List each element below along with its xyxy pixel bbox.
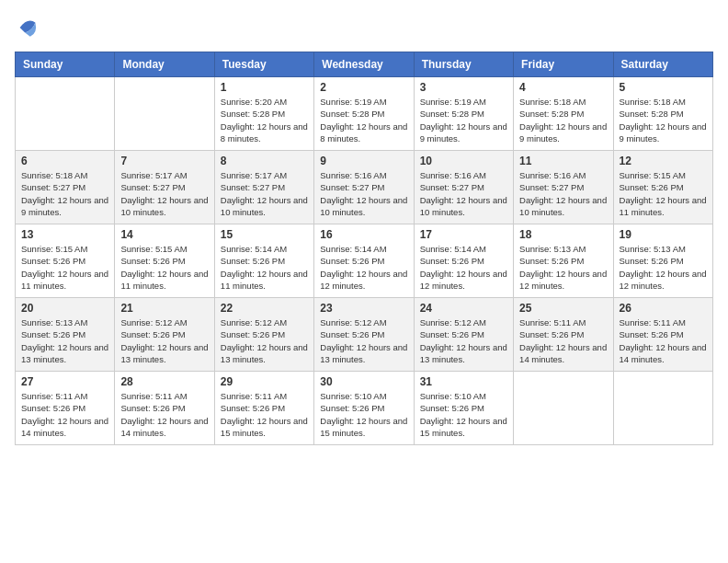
calendar-week-3: 13Sunrise: 5:15 AMSunset: 5:26 PMDayligh… — [16, 224, 713, 298]
calendar-cell: 11Sunrise: 5:16 AMSunset: 5:27 PMDayligh… — [514, 151, 613, 224]
day-number: 27 — [21, 375, 108, 388]
day-info: Sunrise: 5:12 AMSunset: 5:26 PMDaylight:… — [320, 316, 407, 365]
day-info: Sunrise: 5:14 AMSunset: 5:26 PMDaylight:… — [221, 243, 308, 292]
calendar-cell: 27Sunrise: 5:11 AMSunset: 5:26 PMDayligh… — [16, 372, 115, 445]
calendar-cell: 12Sunrise: 5:15 AMSunset: 5:26 PMDayligh… — [613, 151, 712, 224]
day-info: Sunrise: 5:12 AMSunset: 5:26 PMDaylight:… — [221, 316, 308, 365]
day-info: Sunrise: 5:18 AMSunset: 5:28 PMDaylight:… — [519, 96, 607, 144]
day-info: Sunrise: 5:15 AMSunset: 5:26 PMDaylight:… — [21, 243, 108, 292]
day-info: Sunrise: 5:13 AMSunset: 5:26 PMDaylight:… — [21, 316, 108, 365]
calendar-header-friday: Friday — [514, 52, 613, 77]
day-info: Sunrise: 5:19 AMSunset: 5:28 PMDaylight:… — [320, 96, 407, 144]
day-info: Sunrise: 5:19 AMSunset: 5:28 PMDaylight:… — [420, 96, 507, 144]
calendar-week-1: 1Sunrise: 5:20 AMSunset: 5:28 PMDaylight… — [16, 77, 713, 151]
calendar-header-thursday: Thursday — [414, 52, 513, 77]
logo-icon — [15, 15, 40, 40]
logo — [15, 15, 44, 40]
day-number: 19 — [620, 228, 707, 241]
calendar-cell: 30Sunrise: 5:10 AMSunset: 5:26 PMDayligh… — [314, 372, 414, 445]
day-number: 22 — [221, 302, 308, 315]
calendar-cell — [514, 372, 613, 445]
page-header — [15, 15, 713, 40]
day-number: 17 — [420, 228, 507, 241]
calendar-cell: 26Sunrise: 5:11 AMSunset: 5:26 PMDayligh… — [613, 298, 712, 372]
day-number: 26 — [620, 302, 707, 315]
day-info: Sunrise: 5:14 AMSunset: 5:26 PMDaylight:… — [420, 243, 507, 292]
day-info: Sunrise: 5:11 AMSunset: 5:26 PMDaylight:… — [620, 316, 707, 365]
calendar-cell — [613, 372, 712, 445]
calendar-week-4: 20Sunrise: 5:13 AMSunset: 5:26 PMDayligh… — [16, 298, 713, 372]
day-number: 30 — [320, 375, 407, 388]
calendar-cell — [115, 77, 214, 151]
calendar-cell: 13Sunrise: 5:15 AMSunset: 5:26 PMDayligh… — [16, 224, 115, 298]
day-info: Sunrise: 5:16 AMSunset: 5:27 PMDaylight:… — [519, 169, 607, 218]
day-number: 2 — [320, 81, 407, 94]
calendar-cell: 19Sunrise: 5:13 AMSunset: 5:26 PMDayligh… — [613, 224, 712, 298]
day-number: 20 — [21, 302, 108, 315]
day-number: 29 — [221, 375, 308, 388]
day-info: Sunrise: 5:13 AMSunset: 5:26 PMDaylight:… — [620, 243, 707, 292]
day-number: 8 — [221, 155, 308, 167]
calendar-cell: 23Sunrise: 5:12 AMSunset: 5:26 PMDayligh… — [314, 298, 414, 372]
day-number: 16 — [320, 228, 407, 241]
calendar-cell: 2Sunrise: 5:19 AMSunset: 5:28 PMDaylight… — [314, 77, 414, 151]
day-info: Sunrise: 5:11 AMSunset: 5:26 PMDaylight:… — [221, 390, 308, 439]
day-number: 11 — [519, 155, 607, 167]
calendar-cell: 18Sunrise: 5:13 AMSunset: 5:26 PMDayligh… — [514, 224, 613, 298]
calendar-table: SundayMondayTuesdayWednesdayThursdayFrid… — [15, 52, 713, 445]
day-info: Sunrise: 5:11 AMSunset: 5:26 PMDaylight:… — [21, 390, 108, 439]
day-number: 5 — [620, 81, 707, 94]
day-info: Sunrise: 5:11 AMSunset: 5:26 PMDaylight:… — [120, 390, 208, 439]
day-info: Sunrise: 5:15 AMSunset: 5:26 PMDaylight:… — [120, 243, 208, 292]
calendar-header-row: SundayMondayTuesdayWednesdayThursdayFrid… — [16, 52, 713, 77]
calendar-cell: 8Sunrise: 5:17 AMSunset: 5:27 PMDaylight… — [214, 151, 313, 224]
calendar-cell: 21Sunrise: 5:12 AMSunset: 5:26 PMDayligh… — [115, 298, 214, 372]
day-number: 9 — [320, 155, 407, 167]
day-number: 12 — [620, 155, 707, 167]
day-number: 21 — [120, 302, 208, 315]
day-number: 28 — [120, 375, 208, 388]
calendar-header-monday: Monday — [115, 52, 214, 77]
day-info: Sunrise: 5:14 AMSunset: 5:26 PMDaylight:… — [320, 243, 407, 292]
day-info: Sunrise: 5:11 AMSunset: 5:26 PMDaylight:… — [519, 316, 607, 365]
calendar-cell: 3Sunrise: 5:19 AMSunset: 5:28 PMDaylight… — [414, 77, 513, 151]
day-info: Sunrise: 5:12 AMSunset: 5:26 PMDaylight:… — [120, 316, 208, 365]
day-info: Sunrise: 5:10 AMSunset: 5:26 PMDaylight:… — [420, 390, 507, 439]
calendar-cell: 1Sunrise: 5:20 AMSunset: 5:28 PMDaylight… — [214, 77, 313, 151]
day-info: Sunrise: 5:12 AMSunset: 5:26 PMDaylight:… — [420, 316, 507, 365]
day-number: 7 — [120, 155, 208, 167]
calendar-week-2: 6Sunrise: 5:18 AMSunset: 5:27 PMDaylight… — [16, 151, 713, 224]
day-number: 15 — [221, 228, 308, 241]
day-info: Sunrise: 5:17 AMSunset: 5:27 PMDaylight:… — [221, 169, 308, 218]
day-info: Sunrise: 5:15 AMSunset: 5:26 PMDaylight:… — [620, 169, 707, 218]
day-number: 13 — [21, 228, 108, 241]
calendar-cell: 15Sunrise: 5:14 AMSunset: 5:26 PMDayligh… — [214, 224, 313, 298]
calendar-cell: 9Sunrise: 5:16 AMSunset: 5:27 PMDaylight… — [314, 151, 414, 224]
calendar-cell: 29Sunrise: 5:11 AMSunset: 5:26 PMDayligh… — [214, 372, 313, 445]
day-info: Sunrise: 5:16 AMSunset: 5:27 PMDaylight:… — [320, 169, 407, 218]
day-info: Sunrise: 5:20 AMSunset: 5:28 PMDaylight:… — [221, 96, 308, 144]
day-info: Sunrise: 5:16 AMSunset: 5:27 PMDaylight:… — [420, 169, 507, 218]
calendar-cell: 31Sunrise: 5:10 AMSunset: 5:26 PMDayligh… — [414, 372, 513, 445]
calendar-header-saturday: Saturday — [613, 52, 712, 77]
day-number: 14 — [120, 228, 208, 241]
calendar-header-sunday: Sunday — [16, 52, 115, 77]
calendar-cell: 25Sunrise: 5:11 AMSunset: 5:26 PMDayligh… — [514, 298, 613, 372]
day-number: 18 — [519, 228, 607, 241]
day-info: Sunrise: 5:13 AMSunset: 5:26 PMDaylight:… — [519, 243, 607, 292]
day-number: 6 — [21, 155, 108, 167]
day-number: 31 — [420, 375, 507, 388]
calendar-cell: 20Sunrise: 5:13 AMSunset: 5:26 PMDayligh… — [16, 298, 115, 372]
calendar-cell: 4Sunrise: 5:18 AMSunset: 5:28 PMDaylight… — [514, 77, 613, 151]
calendar-cell: 10Sunrise: 5:16 AMSunset: 5:27 PMDayligh… — [414, 151, 513, 224]
day-number: 4 — [519, 81, 607, 94]
calendar-week-5: 27Sunrise: 5:11 AMSunset: 5:26 PMDayligh… — [16, 372, 713, 445]
day-info: Sunrise: 5:10 AMSunset: 5:26 PMDaylight:… — [320, 390, 407, 439]
day-number: 24 — [420, 302, 507, 315]
day-info: Sunrise: 5:17 AMSunset: 5:27 PMDaylight:… — [120, 169, 208, 218]
calendar-cell: 5Sunrise: 5:18 AMSunset: 5:28 PMDaylight… — [613, 77, 712, 151]
calendar-cell — [16, 77, 115, 151]
calendar-cell: 14Sunrise: 5:15 AMSunset: 5:26 PMDayligh… — [115, 224, 214, 298]
calendar-cell: 28Sunrise: 5:11 AMSunset: 5:26 PMDayligh… — [115, 372, 214, 445]
calendar-cell: 6Sunrise: 5:18 AMSunset: 5:27 PMDaylight… — [16, 151, 115, 224]
